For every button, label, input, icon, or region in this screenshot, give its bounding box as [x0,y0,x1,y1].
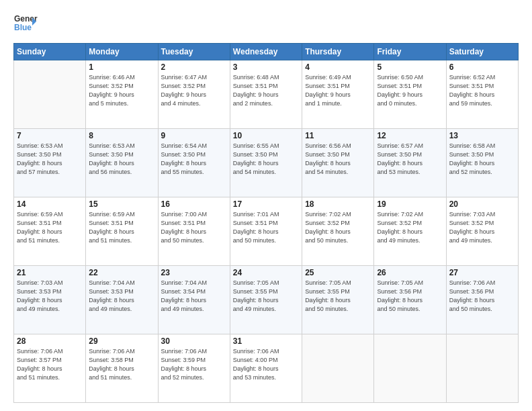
calendar-day-cell: 30Sunrise: 7:06 AMSunset: 3:59 PMDayligh… [158,334,230,403]
header-monday: Monday [86,44,158,60]
calendar-day-cell: 7Sunrise: 6:53 AMSunset: 3:50 PMDaylight… [14,129,86,197]
calendar-day-cell: 11Sunrise: 6:56 AMSunset: 3:50 PMDayligh… [302,129,374,197]
calendar-day-cell: 20Sunrise: 7:03 AMSunset: 3:52 PMDayligh… [446,197,518,266]
day-number: 23 [161,268,227,277]
calendar-day-cell: 19Sunrise: 7:02 AMSunset: 3:52 PMDayligh… [374,197,446,266]
header-thursday: Thursday [302,44,374,60]
day-info: Sunrise: 7:04 AMSunset: 3:53 PMDaylight:… [89,279,154,314]
calendar-day-cell: 22Sunrise: 7:04 AMSunset: 3:53 PMDayligh… [86,266,158,334]
day-info: Sunrise: 6:59 AMSunset: 3:51 PMDaylight:… [89,210,154,245]
day-number: 19 [377,199,443,209]
day-number: 8 [89,131,154,140]
calendar-day-cell [446,334,518,403]
day-info: Sunrise: 6:53 AMSunset: 3:50 PMDaylight:… [89,142,154,177]
calendar-header-row: SundayMondayTuesdayWednesdayThursdayFrid… [14,44,519,60]
day-info: Sunrise: 7:00 AMSunset: 3:51 PMDaylight:… [161,210,227,245]
day-number: 10 [233,131,299,140]
calendar-week-row: 14Sunrise: 6:59 AMSunset: 3:51 PMDayligh… [14,197,519,266]
calendar-week-row: 28Sunrise: 7:06 AMSunset: 3:57 PMDayligh… [14,334,519,403]
day-info: Sunrise: 6:52 AMSunset: 3:51 PMDaylight:… [449,73,515,108]
day-number: 15 [89,199,154,209]
day-info: Sunrise: 6:54 AMSunset: 3:50 PMDaylight:… [161,142,227,177]
day-info: Sunrise: 6:49 AMSunset: 3:51 PMDaylight:… [305,73,371,108]
day-info: Sunrise: 7:05 AMSunset: 3:55 PMDaylight:… [233,279,299,314]
day-info: Sunrise: 6:59 AMSunset: 3:51 PMDaylight:… [17,210,83,245]
day-number: 31 [233,336,299,346]
calendar-day-cell: 24Sunrise: 7:05 AMSunset: 3:55 PMDayligh… [230,266,302,334]
calendar-day-cell: 12Sunrise: 6:57 AMSunset: 3:50 PMDayligh… [374,129,446,197]
day-number: 25 [305,268,371,277]
calendar-day-cell: 29Sunrise: 7:06 AMSunset: 3:58 PMDayligh… [86,334,158,403]
calendar-week-row: 1Sunrise: 6:46 AMSunset: 3:52 PMDaylight… [14,60,519,129]
header-saturday: Saturday [446,44,518,60]
calendar-table: SundayMondayTuesdayWednesdayThursdayFrid… [13,43,519,403]
calendar-day-cell: 17Sunrise: 7:01 AMSunset: 3:51 PMDayligh… [230,197,302,266]
header-wednesday: Wednesday [230,44,302,60]
calendar-day-cell: 14Sunrise: 6:59 AMSunset: 3:51 PMDayligh… [14,197,86,266]
day-number: 20 [449,199,515,209]
calendar-week-row: 21Sunrise: 7:03 AMSunset: 3:53 PMDayligh… [14,266,519,334]
day-info: Sunrise: 7:03 AMSunset: 3:52 PMDaylight:… [449,210,515,245]
calendar-day-cell: 15Sunrise: 6:59 AMSunset: 3:51 PMDayligh… [86,197,158,266]
calendar-day-cell: 8Sunrise: 6:53 AMSunset: 3:50 PMDaylight… [86,129,158,197]
day-info: Sunrise: 7:04 AMSunset: 3:54 PMDaylight:… [161,279,227,314]
day-number: 3 [233,62,299,72]
day-number: 2 [161,62,227,72]
calendar-day-cell: 5Sunrise: 6:50 AMSunset: 3:51 PMDaylight… [374,60,446,129]
day-number: 22 [89,268,154,277]
day-number: 28 [17,336,83,346]
calendar-day-cell: 3Sunrise: 6:48 AMSunset: 3:51 PMDaylight… [230,60,302,129]
day-info: Sunrise: 6:58 AMSunset: 3:50 PMDaylight:… [449,142,515,177]
calendar-day-cell: 25Sunrise: 7:05 AMSunset: 3:55 PMDayligh… [302,266,374,334]
day-number: 17 [233,199,299,209]
svg-text:Blue: Blue [14,23,32,32]
day-number: 6 [449,62,515,72]
day-number: 5 [377,62,443,72]
day-number: 24 [233,268,299,277]
day-number: 9 [161,131,227,140]
calendar-day-cell: 2Sunrise: 6:47 AMSunset: 3:52 PMDaylight… [158,60,230,129]
day-number: 13 [449,131,515,140]
day-info: Sunrise: 7:02 AMSunset: 3:52 PMDaylight:… [305,210,371,245]
day-number: 4 [305,62,371,72]
day-info: Sunrise: 7:05 AMSunset: 3:55 PMDaylight:… [305,279,371,314]
calendar-day-cell: 16Sunrise: 7:00 AMSunset: 3:51 PMDayligh… [158,197,230,266]
day-info: Sunrise: 7:06 AMSunset: 4:00 PMDaylight:… [233,347,299,382]
day-info: Sunrise: 6:50 AMSunset: 3:51 PMDaylight:… [377,73,443,108]
logo: General Blue [13,12,38,36]
calendar-day-cell: 23Sunrise: 7:04 AMSunset: 3:54 PMDayligh… [158,266,230,334]
day-number: 16 [161,199,227,209]
calendar-day-cell: 13Sunrise: 6:58 AMSunset: 3:50 PMDayligh… [446,129,518,197]
calendar-day-cell [302,334,374,403]
day-info: Sunrise: 6:53 AMSunset: 3:50 PMDaylight:… [17,142,83,177]
calendar-day-cell: 10Sunrise: 6:55 AMSunset: 3:50 PMDayligh… [230,129,302,197]
header-friday: Friday [374,44,446,60]
day-number: 1 [89,62,154,72]
calendar-day-cell: 27Sunrise: 7:06 AMSunset: 3:56 PMDayligh… [446,266,518,334]
day-number: 21 [17,268,83,277]
day-info: Sunrise: 7:02 AMSunset: 3:52 PMDaylight:… [377,210,443,245]
day-info: Sunrise: 7:06 AMSunset: 3:59 PMDaylight:… [161,347,227,382]
day-info: Sunrise: 6:46 AMSunset: 3:52 PMDaylight:… [89,73,154,108]
day-number: 29 [89,336,154,346]
calendar-day-cell: 26Sunrise: 7:05 AMSunset: 3:56 PMDayligh… [374,266,446,334]
calendar-day-cell: 4Sunrise: 6:49 AMSunset: 3:51 PMDaylight… [302,60,374,129]
calendar-day-cell [374,334,446,403]
calendar-week-row: 7Sunrise: 6:53 AMSunset: 3:50 PMDaylight… [14,129,519,197]
calendar-day-cell: 21Sunrise: 7:03 AMSunset: 3:53 PMDayligh… [14,266,86,334]
day-number: 27 [449,268,515,277]
day-info: Sunrise: 7:06 AMSunset: 3:56 PMDaylight:… [449,279,515,314]
day-info: Sunrise: 7:06 AMSunset: 3:57 PMDaylight:… [17,347,83,382]
day-info: Sunrise: 6:56 AMSunset: 3:50 PMDaylight:… [305,142,371,177]
calendar-day-cell: 6Sunrise: 6:52 AMSunset: 3:51 PMDaylight… [446,60,518,129]
header-sunday: Sunday [14,44,86,60]
day-info: Sunrise: 6:48 AMSunset: 3:51 PMDaylight:… [233,73,299,108]
calendar-day-cell: 1Sunrise: 6:46 AMSunset: 3:52 PMDaylight… [86,60,158,129]
logo-icon: General Blue [13,12,38,36]
day-number: 7 [17,131,83,140]
calendar-day-cell: 18Sunrise: 7:02 AMSunset: 3:52 PMDayligh… [302,197,374,266]
day-info: Sunrise: 7:01 AMSunset: 3:51 PMDaylight:… [233,210,299,245]
header-tuesday: Tuesday [158,44,230,60]
day-number: 11 [305,131,371,140]
calendar-day-cell [14,60,86,129]
